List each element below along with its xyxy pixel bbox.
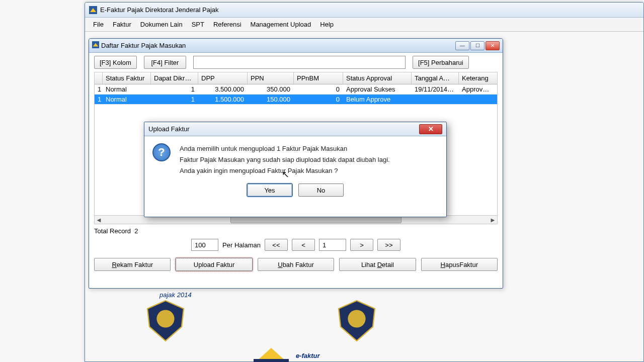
cell-ket bbox=[459, 99, 493, 100]
cell-ket: Approval k bbox=[459, 85, 493, 94]
perbaharui-button[interactable]: [F5] Perbaharui bbox=[413, 56, 469, 69]
cell-lead: 14 bbox=[95, 95, 103, 104]
sub-titlebar[interactable]: Daftar Faktur Pajak Masukan — ☐ ✕ bbox=[89, 39, 503, 53]
maximize-button[interactable]: ☐ bbox=[470, 41, 485, 50]
total-record-label: Total Record bbox=[94, 227, 131, 235]
question-icon: ? bbox=[152, 143, 171, 161]
next-page-button[interactable]: > bbox=[350, 239, 373, 251]
hapus-faktur-button[interactable]: HapusFaktur bbox=[421, 258, 498, 271]
svg-point-6 bbox=[156, 310, 174, 327]
upload-confirm-dialog: Upload Faktur ✕ ? Anda memilih untuk men… bbox=[144, 122, 447, 217]
menu-dokumen-lain[interactable]: Dokumen Lain bbox=[136, 19, 187, 30]
action-row: RRekam Fakturekam Faktur Upload Faktur U… bbox=[89, 256, 503, 276]
per-page-label: Per Halaman bbox=[222, 241, 261, 249]
total-record-value: 2 bbox=[134, 227, 138, 235]
filter-input[interactable] bbox=[193, 56, 406, 69]
menu-spt[interactable]: SPT bbox=[188, 19, 208, 30]
page-number-input[interactable] bbox=[319, 239, 346, 251]
table-header: Status Faktur Dapat Dikr… DPP PPN PPnBM … bbox=[95, 72, 497, 84]
scroll-right-icon[interactable]: ► bbox=[489, 216, 497, 224]
per-page-input[interactable] bbox=[191, 239, 218, 251]
main-titlebar[interactable]: E-Faktur Pajak Direktorat Jenderal Pajak bbox=[85, 3, 643, 18]
col-ppn[interactable]: PPN bbox=[248, 72, 294, 84]
yes-button[interactable]: Yes bbox=[247, 184, 292, 197]
shield-icon bbox=[337, 298, 377, 343]
prev-page-button[interactable]: < bbox=[292, 239, 315, 251]
col-ppnbm[interactable]: PPnBM bbox=[294, 72, 343, 84]
dialog-titlebar[interactable]: Upload Faktur ✕ bbox=[144, 122, 446, 136]
menu-file[interactable]: File bbox=[89, 19, 108, 30]
last-page-button[interactable]: >> bbox=[377, 239, 400, 251]
cell-tanggal: 19/11/2014 … bbox=[412, 85, 459, 94]
wallpaper-text: pajak 2014 bbox=[159, 291, 192, 299]
first-page-button[interactable]: << bbox=[265, 239, 288, 251]
cell-ppnbm: 0 bbox=[294, 95, 343, 104]
pager: Per Halaman << < > >> bbox=[89, 236, 503, 256]
col-dpp[interactable]: DPP bbox=[198, 72, 248, 84]
sub-window-icon bbox=[92, 41, 99, 50]
cell-dpp: 1.500.000 bbox=[198, 95, 248, 104]
svg-point-8 bbox=[348, 310, 365, 327]
rekam-faktur-button[interactable]: RRekam Fakturekam Faktur bbox=[94, 258, 171, 271]
cell-approval: Approval Sukses bbox=[343, 85, 412, 94]
dialog-close-button[interactable]: ✕ bbox=[419, 124, 442, 134]
col-tanggal-approve[interactable]: Tanggal A… bbox=[412, 72, 459, 84]
table-row[interactable]: 14 Normal 1 3.500.000 350.000 0 Approval… bbox=[95, 84, 497, 95]
col-dapat-dikreditkan[interactable]: Dapat Dikr… bbox=[151, 72, 198, 84]
dialog-text: Anda memilih untuk mengupload 1 Faktur P… bbox=[180, 143, 390, 176]
table-row[interactable]: 14 Normal 1 1.500.000 150.000 0 Belum Ap… bbox=[95, 95, 497, 105]
dialog-title: Upload Faktur bbox=[148, 125, 190, 133]
menubar: File Faktur Dokumen Lain SPT Referensi M… bbox=[85, 18, 643, 32]
scroll-left-icon[interactable]: ◄ bbox=[95, 216, 103, 224]
dialog-line-3: Anda yakin ingin mengupload Faktur Pajak… bbox=[180, 165, 390, 176]
col-status-faktur[interactable]: Status Faktur bbox=[103, 72, 151, 84]
cell-ppnbm: 0 bbox=[294, 85, 343, 94]
lihat-detail-button[interactable]: Lihat Detail bbox=[339, 258, 416, 271]
sub-window-title: Daftar Faktur Pajak Masukan bbox=[101, 42, 186, 49]
total-record: Total Record 2 bbox=[89, 224, 503, 236]
minimize-button[interactable]: — bbox=[455, 41, 469, 50]
filter-button[interactable]: [F4] Filter bbox=[144, 56, 186, 69]
menu-management-upload[interactable]: Management Upload bbox=[247, 19, 315, 30]
cell-ppn: 150.000 bbox=[248, 95, 294, 104]
cell-dpp: 3.500.000 bbox=[198, 85, 248, 94]
close-button[interactable]: ✕ bbox=[486, 41, 500, 50]
dialog-line-2: Faktur Pajak Masukan yang sudah siap diu… bbox=[180, 154, 390, 165]
scroll-thumb[interactable] bbox=[230, 217, 401, 223]
col-keterangan[interactable]: Keterang bbox=[459, 72, 493, 84]
dialog-line-1: Anda memilih untuk mengupload 1 Faktur P… bbox=[180, 143, 390, 154]
cell-lead: 14 bbox=[95, 85, 103, 94]
cell-dkredit: 1 bbox=[151, 95, 198, 104]
ubah-faktur-button[interactable]: Ubah Faktur bbox=[258, 258, 334, 271]
app-title: E-Faktur Pajak Direktorat Jenderal Pajak bbox=[100, 6, 219, 14]
cell-approval: Belum Approve bbox=[343, 95, 412, 104]
cell-status: Normal bbox=[103, 95, 151, 104]
shield-icon bbox=[145, 298, 186, 343]
upload-faktur-button[interactable]: Upload Faktur bbox=[176, 258, 252, 271]
cell-ppn: 350.000 bbox=[248, 85, 294, 94]
cell-tanggal bbox=[412, 99, 459, 100]
menu-help[interactable]: Help bbox=[316, 19, 338, 30]
no-button[interactable]: No bbox=[298, 184, 344, 197]
col-rownum[interactable] bbox=[95, 72, 103, 84]
col-status-approval[interactable]: Status Approval bbox=[343, 72, 412, 84]
menu-faktur[interactable]: Faktur bbox=[109, 19, 135, 30]
sub-toolbar: [F3] Kolom [F4] Filter [F5] Perbaharui bbox=[89, 53, 503, 72]
cell-dkredit: 1 bbox=[151, 85, 198, 94]
app-icon bbox=[89, 6, 97, 14]
menu-referensi[interactable]: Referensi bbox=[209, 19, 246, 30]
kolom-button[interactable]: [F3] Kolom bbox=[94, 56, 137, 69]
cell-status: Normal bbox=[103, 85, 151, 94]
svg-rect-10 bbox=[254, 359, 289, 362]
efaktur-logo: e-faktur bbox=[251, 343, 320, 362]
